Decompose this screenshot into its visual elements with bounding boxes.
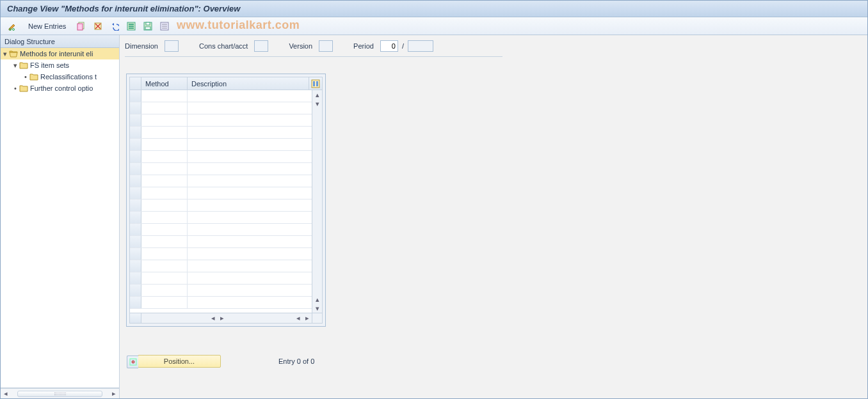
- cell-description[interactable]: [188, 187, 322, 199]
- table-row[interactable]: [130, 260, 322, 272]
- row-selector[interactable]: [130, 272, 141, 284]
- table-row[interactable]: [130, 224, 322, 236]
- cell-description[interactable]: [188, 236, 322, 247]
- table-row[interactable]: [130, 297, 322, 309]
- cell-description[interactable]: [188, 114, 322, 126]
- cell-method[interactable]: [141, 90, 188, 102]
- tree-item-fs-item-sets[interactable]: ▾ FS item sets: [1, 59, 119, 71]
- grid-hscroll[interactable]: ◂ ▸ ◂ ▸: [130, 313, 322, 323]
- row-selector[interactable]: [130, 224, 141, 235]
- cell-method[interactable]: [141, 260, 188, 272]
- cell-description[interactable]: [188, 139, 322, 150]
- table-row[interactable]: [130, 272, 322, 285]
- cell-description[interactable]: [188, 248, 322, 260]
- cell-method[interactable]: [141, 212, 188, 223]
- column-method[interactable]: Method: [141, 77, 188, 90]
- table-row[interactable]: [130, 199, 322, 212]
- tree-item-further-control[interactable]: • Further control optio: [1, 82, 119, 94]
- cell-method[interactable]: [141, 297, 188, 308]
- chevron-down-icon[interactable]: ▾: [2, 50, 8, 58]
- row-selector[interactable]: [130, 297, 141, 308]
- cell-method[interactable]: [141, 151, 188, 162]
- select-all-button[interactable]: [124, 19, 138, 33]
- select-all-header[interactable]: [130, 77, 141, 90]
- scroll-right-icon[interactable]: ▸: [110, 390, 118, 398]
- tree-item-reclassifications[interactable]: • Reclassifications t: [1, 71, 119, 82]
- cons-chart-input[interactable]: [254, 40, 268, 52]
- scroll-left-icon[interactable]: ◂: [294, 313, 303, 323]
- cell-method[interactable]: [141, 114, 188, 126]
- sidebar-hscroll[interactable]: ◂ ▸: [1, 388, 119, 398]
- cell-method[interactable]: [141, 102, 188, 114]
- table-row[interactable]: [130, 90, 322, 102]
- cell-description[interactable]: [188, 260, 322, 272]
- scroll-thumb[interactable]: [17, 391, 102, 397]
- scroll-down-icon[interactable]: ▾: [312, 304, 322, 313]
- cell-method[interactable]: [141, 224, 188, 235]
- hscroll-track-2[interactable]: [227, 313, 294, 323]
- scroll-up-small-icon[interactable]: ▴: [312, 295, 322, 304]
- cell-description[interactable]: [188, 272, 322, 284]
- cell-description[interactable]: [188, 224, 322, 235]
- period-input-2[interactable]: [408, 40, 433, 52]
- row-selector[interactable]: [130, 187, 141, 199]
- cell-description[interactable]: [188, 163, 322, 175]
- row-selector[interactable]: [130, 151, 141, 162]
- row-selector[interactable]: [130, 114, 141, 126]
- table-row[interactable]: [130, 163, 322, 175]
- table-row[interactable]: [130, 187, 322, 199]
- table-row[interactable]: [130, 236, 322, 248]
- table-row[interactable]: [130, 212, 322, 224]
- position-button[interactable]: Position...: [138, 355, 221, 368]
- cell-description[interactable]: [188, 297, 322, 308]
- period-input-1[interactable]: [380, 40, 398, 52]
- toggle-change-button[interactable]: [6, 19, 20, 33]
- table-row[interactable]: [130, 285, 322, 297]
- row-selector[interactable]: [130, 236, 141, 247]
- tree-item-methods[interactable]: ▾ Methods for interunit eli: [1, 48, 119, 59]
- position-pin-button[interactable]: [127, 356, 138, 368]
- table-row[interactable]: [130, 151, 322, 163]
- table-row[interactable]: [130, 248, 322, 260]
- grid-vscroll[interactable]: ▴ ▾ ▴ ▾: [312, 90, 322, 313]
- scroll-right-icon[interactable]: ▸: [218, 313, 227, 323]
- scroll-down-small-icon[interactable]: ▾: [312, 99, 322, 108]
- deselect-all-button[interactable]: [157, 19, 172, 33]
- cell-method[interactable]: [141, 272, 188, 284]
- scroll-up-icon[interactable]: ▴: [312, 90, 322, 99]
- cell-method[interactable]: [141, 139, 188, 150]
- table-row[interactable]: [130, 114, 322, 127]
- row-selector[interactable]: [130, 199, 141, 211]
- row-selector[interactable]: [130, 212, 141, 223]
- row-selector[interactable]: [130, 127, 141, 138]
- cell-description[interactable]: [188, 175, 322, 187]
- hscroll-track-1[interactable]: [141, 313, 209, 323]
- cell-method[interactable]: [141, 285, 188, 296]
- scroll-left-icon[interactable]: ◂: [209, 313, 218, 323]
- cell-method[interactable]: [141, 199, 188, 211]
- cell-description[interactable]: [188, 90, 322, 102]
- cell-description[interactable]: [188, 199, 322, 211]
- cell-method[interactable]: [141, 175, 188, 187]
- copy-button[interactable]: [74, 19, 88, 33]
- table-row[interactable]: [130, 127, 322, 139]
- scroll-right-icon[interactable]: ▸: [303, 313, 312, 323]
- dimension-input[interactable]: [165, 40, 179, 52]
- chevron-down-icon[interactable]: ▾: [12, 61, 19, 70]
- cell-description[interactable]: [188, 127, 322, 138]
- table-row[interactable]: [130, 139, 322, 151]
- column-description[interactable]: Description: [188, 77, 309, 90]
- new-entries-button[interactable]: New Entries: [22, 19, 72, 33]
- row-selector[interactable]: [130, 163, 141, 175]
- cell-description[interactable]: [188, 212, 322, 223]
- cell-description[interactable]: [188, 285, 322, 296]
- cell-method[interactable]: [141, 187, 188, 199]
- row-selector[interactable]: [130, 285, 141, 296]
- row-selector[interactable]: [130, 102, 141, 114]
- cell-method[interactable]: [141, 163, 188, 175]
- row-selector[interactable]: [130, 248, 141, 260]
- cell-method[interactable]: [141, 236, 188, 247]
- cell-description[interactable]: [188, 102, 322, 114]
- cell-description[interactable]: [188, 151, 322, 162]
- row-selector[interactable]: [130, 175, 141, 187]
